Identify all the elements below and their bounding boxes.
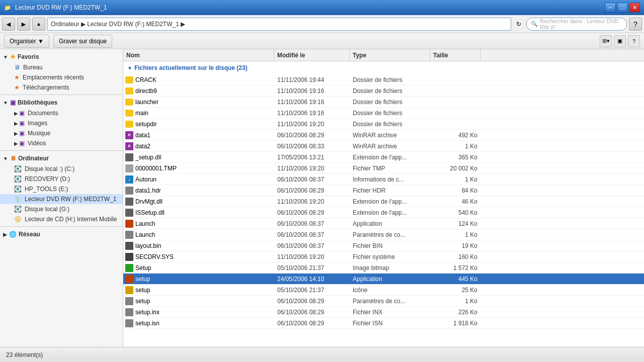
sidebar-item-documents[interactable]: ▶ ▣ Documents xyxy=(0,108,123,118)
table-row[interactable]: setup 06/10/2006 08:29 Paramètres de co.… xyxy=(123,296,644,307)
help-icon-button[interactable]: ? xyxy=(628,35,640,47)
table-row[interactable]: CRACK 11/11/2006 19:44 Dossier de fichie… xyxy=(123,74,644,85)
graver-button[interactable]: Graver sur disque xyxy=(53,35,112,48)
file-name-cell: Setup xyxy=(123,264,274,272)
file-name-text: SECDRV.SYS xyxy=(135,253,174,260)
table-row[interactable]: DrvMgt.dll 11/10/2006 19:20 Extension de… xyxy=(123,196,644,207)
table-row[interactable]: setup.isn 06/10/2006 08:29 Fichier ISN 1… xyxy=(123,318,644,329)
file-name-text: setup xyxy=(135,298,150,305)
lecteur-dvd-label: Lecteur DVD RW (F:) MED2TW_1 xyxy=(25,196,116,203)
sidebar-divider-3 xyxy=(0,226,123,227)
table-row[interactable]: setup.inx 06/10/2006 08:29 Fichier INX 2… xyxy=(123,307,644,318)
table-row[interactable]: data1.hdr 06/10/2006 08:29 Fichier HDR 8… xyxy=(123,185,644,196)
hp-tools-label: HP_TOOLS (E:) xyxy=(25,186,68,193)
col-header-nom[interactable]: Nom xyxy=(123,49,274,61)
file-name-cell: launcher xyxy=(123,99,274,106)
table-row[interactable]: SECDRV.SYS 11/10/2006 19:20 Fichier syst… xyxy=(123,251,644,262)
views-button[interactable]: ⊞▾ xyxy=(600,35,612,47)
sidebar-item-disque-c[interactable]: 💽 Disque local :) (C:) xyxy=(0,164,123,174)
file-date-cell: 24/05/2006 14:10 xyxy=(274,276,350,283)
table-row[interactable]: launcher 11/10/2006 19:16 Dossier de fic… xyxy=(123,97,644,108)
file-size-cell: 1 Ko xyxy=(430,298,480,305)
sidebar-item-videos[interactable]: ▶ ▣ Vidéos xyxy=(0,138,123,148)
table-row[interactable]: i Autorun 06/10/2006 08:37 Informations … xyxy=(123,174,644,185)
window-title: Lecteur DVD RW (F:) MED2TW_1 xyxy=(15,4,107,11)
help-button[interactable]: ? xyxy=(629,18,642,31)
file-name-text: directb9 xyxy=(135,87,157,95)
images-icon: ▣ xyxy=(19,120,25,127)
sidebar-section-ordinateur[interactable]: ▼ 🖥 Ordinateur xyxy=(0,153,123,164)
table-row[interactable]: ISSetup.dll 06/10/2006 08:29 Extension d… xyxy=(123,207,644,218)
preview-button[interactable]: ▣ xyxy=(614,35,626,47)
hp-tools-icon: 💽 xyxy=(14,186,22,193)
back-button[interactable]: ◄ xyxy=(2,18,15,31)
table-row[interactable]: R data1 06/10/2006 08:29 WinRAR archive … xyxy=(123,130,644,141)
file-date-cell: 06/10/2006 08:29 xyxy=(274,298,350,305)
videos-icon: ▣ xyxy=(19,140,25,147)
file-name-cell: setup xyxy=(123,286,274,294)
organiser-button[interactable]: Organiser ▼ xyxy=(4,35,49,48)
close-button[interactable]: ✕ xyxy=(629,3,640,13)
sidebar-item-disque-g[interactable]: 💽 Disque local (G:) xyxy=(0,204,123,214)
maximize-button[interactable]: □ xyxy=(617,3,628,13)
images-expand-icon: ▶ xyxy=(14,121,18,126)
dll-icon xyxy=(125,198,133,206)
file-date-cell: 06/10/2006 08:29 xyxy=(274,209,350,216)
sidebar-item-emplacements[interactable]: ★ Emplacements récents xyxy=(0,72,123,82)
sys-icon xyxy=(125,253,133,261)
folder-icon xyxy=(125,110,133,117)
search-placeholder: Rechercher dans : Lecteur DVD RW (F:... xyxy=(540,18,622,30)
table-row[interactable]: 00000001.TMP 11/10/2006 19:20 Fichier TM… xyxy=(123,163,644,174)
sidebar-item-lecteur-dvd[interactable]: 💿 Lecteur DVD RW (F:) MED2TW_1 xyxy=(0,194,123,204)
col-header-taille[interactable]: Taille xyxy=(430,49,480,61)
minimize-button[interactable]: ─ xyxy=(605,3,616,13)
file-size-cell: 1 Ko xyxy=(430,176,480,183)
group-header[interactable]: ▼ Fichiers actuellement sur le disque (2… xyxy=(123,61,644,74)
file-type-cell: Icône xyxy=(350,287,430,294)
sidebar-section-reseau[interactable]: ▶ 🌐 Réseau xyxy=(0,229,123,240)
sidebar-item-hp-tools[interactable]: 💽 HP_TOOLS (E:) xyxy=(0,184,123,194)
sidebar-item-telechargements[interactable]: ★ Téléchargements xyxy=(0,82,123,93)
file-name-text: launcher xyxy=(135,99,158,106)
table-row[interactable]: setup 05/10/2006 21:37 Icône 25 Ko xyxy=(123,285,644,296)
table-row[interactable]: directb9 11/10/2006 19:16 Dossier de fic… xyxy=(123,85,644,97)
table-row[interactable]: _setup.dll 17/05/2006 13:21 Extension de… xyxy=(123,152,644,163)
sidebar-item-recovery[interactable]: 💽 RECOVERY (D:) xyxy=(0,174,123,184)
address-path[interactable]: Ordinateur ▶ Lecteur DVD RW (F:) MED2TW_… xyxy=(47,18,511,31)
sidebar-section-bibliotheques[interactable]: ▼ ▣ Bibliothèques xyxy=(0,97,123,108)
col-header-type[interactable]: Type xyxy=(350,49,430,61)
table-row[interactable]: Launch 06/10/2006 08:37 Paramètres de co… xyxy=(123,229,644,240)
table-row[interactable]: Launch 06/10/2006 08:37 Application 124 … xyxy=(123,218,644,229)
sidebar-item-bureau[interactable]: 🖥 Bureau xyxy=(0,62,123,72)
file-name-text: ISSetup.dll xyxy=(135,209,165,216)
file-date-cell: 06/10/2006 08:29 xyxy=(274,132,350,139)
file-type-cell: Image bitmap xyxy=(350,264,430,272)
sidebar-item-images[interactable]: ▶ ▣ Images xyxy=(0,118,123,128)
path-text: Ordinateur ▶ Lecteur DVD RW (F:) MED2TW_… xyxy=(51,21,185,28)
sidebar-item-lecteur-cd[interactable]: 📀 Lecteur de CD (H:) Internet Mobile xyxy=(0,214,123,224)
sidebar-section-favoris[interactable]: ▼ ★ Favoris xyxy=(0,51,123,62)
up-button[interactable]: ▲ xyxy=(32,18,45,31)
search-box[interactable]: 🔍 Rechercher dans : Lecteur DVD RW (F:..… xyxy=(526,18,627,31)
file-rows-container: CRACK 11/11/2006 19:44 Dossier de fichie… xyxy=(123,74,644,329)
col-header-modifie[interactable]: Modifié le xyxy=(274,49,350,61)
table-row[interactable]: layout.bin 06/10/2006 08:37 Fichier BIN … xyxy=(123,240,644,251)
file-size-cell: 1 572 Ko xyxy=(430,264,480,272)
table-row[interactable]: R data2 06/10/2006 08:33 WinRAR archive … xyxy=(123,141,644,152)
file-list: Nom Modifié le Type Taille ▼ Fichiers ac… xyxy=(123,49,644,347)
table-row[interactable]: Setup 05/10/2006 21:37 Image bitmap 1 57… xyxy=(123,262,644,274)
group-header-label: Fichiers actuellement sur le disque (23) xyxy=(134,64,248,71)
rar-icon: R xyxy=(125,142,133,150)
file-type-cell: WinRAR archive xyxy=(350,143,430,150)
table-row[interactable]: setupdir 11/10/2006 19:20 Dossier de fic… xyxy=(123,119,644,130)
file-type-cell: Dossier de fichiers xyxy=(350,76,430,83)
forward-button[interactable]: ► xyxy=(17,18,30,31)
dll-icon xyxy=(125,209,133,217)
refresh-button[interactable]: ↻ xyxy=(513,19,524,30)
inx-icon xyxy=(125,308,133,316)
file-name-cell: setup xyxy=(123,297,274,305)
file-date-cell: 11/10/2006 19:20 xyxy=(274,198,350,205)
sidebar-item-musique[interactable]: ▶ ▣ Musique xyxy=(0,128,123,138)
table-row[interactable]: main 11/10/2006 19:16 Dossier de fichier… xyxy=(123,108,644,119)
table-row[interactable]: setup 24/05/2006 14:10 Application 445 K… xyxy=(123,274,644,285)
